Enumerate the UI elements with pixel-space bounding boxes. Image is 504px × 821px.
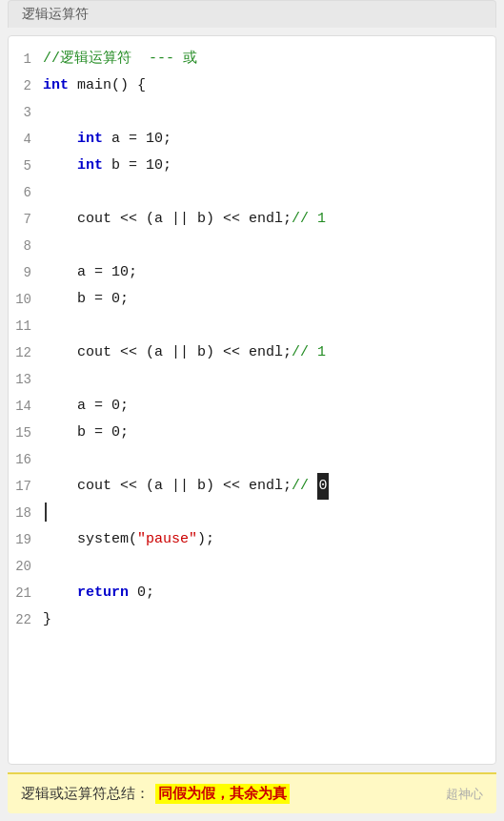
line-number: 21 [9, 580, 43, 606]
line-content: int main() { [43, 72, 495, 99]
comment-token: // 1 [292, 344, 326, 360]
line-number: 5 [9, 153, 43, 179]
code-line: 21 return 0; [9, 580, 495, 606]
keyword-token: int [77, 131, 103, 147]
comment-token: // [292, 478, 317, 494]
line-number: 11 [9, 313, 43, 339]
keyword-token: int [77, 157, 103, 174]
plain-token: a = 10; [103, 131, 171, 147]
line-content [43, 99, 495, 126]
code-line: 18 [9, 500, 495, 526]
line-number: 16 [9, 446, 43, 473]
plain-token [43, 585, 77, 601]
line-number: 3 [9, 99, 43, 126]
line-number: 9 [9, 259, 43, 286]
plain-token: cout << (a || b) << endl; [43, 211, 292, 227]
code-line: 7 cout << (a || b) << endl;// 1 [9, 206, 495, 233]
code-line: 1//逻辑运算符 --- 或 [9, 46, 495, 72]
line-content [43, 366, 495, 393]
plain-token: b = 0; [43, 291, 129, 307]
line-content: b = 0; [43, 286, 495, 313]
line-number: 12 [9, 339, 43, 366]
comment-token: // 1 [292, 211, 326, 227]
keyword-token: return [77, 585, 129, 601]
line-content: system("pause"); [43, 526, 495, 553]
comment-token: //逻辑运算符 --- 或 [43, 51, 197, 67]
plain-token: b = 10; [103, 157, 171, 174]
code-line: 5 int b = 10; [9, 153, 495, 179]
code-line: 12 cout << (a || b) << endl;// 1 [9, 339, 495, 366]
line-number: 2 [9, 72, 43, 99]
line-content [43, 313, 495, 339]
line-content: cout << (a || b) << endl;// 0 [43, 473, 495, 500]
plain-token [43, 131, 77, 147]
code-line: 2int main() { [9, 72, 495, 99]
code-line: 6 [9, 179, 495, 206]
line-number: 22 [9, 606, 43, 633]
code-line: 9 a = 10; [9, 259, 495, 286]
line-content: int b = 10; [43, 153, 495, 179]
plain-token: cout << (a || b) << endl; [43, 478, 292, 494]
line-number: 10 [9, 286, 43, 313]
line-content: a = 10; [43, 259, 495, 286]
plain-token: b = 0; [43, 424, 129, 441]
line-number: 6 [9, 179, 43, 206]
top-bar: 逻辑运算符 [8, 0, 496, 28]
footer-prefix: 逻辑或运算符总结： [21, 785, 150, 803]
line-number: 4 [9, 126, 43, 153]
line-number: 13 [9, 366, 43, 393]
line-content [43, 179, 495, 206]
footer-bar: 逻辑或运算符总结： 同假为假，其余为真 超神心 [8, 772, 496, 813]
cursor-line [45, 503, 47, 522]
line-number: 14 [9, 393, 43, 420]
plain-token: ); [197, 531, 214, 547]
plain-token: system( [43, 531, 137, 547]
code-line: 22} [9, 606, 495, 633]
cursor-block: 0 [317, 473, 329, 500]
line-content: return 0; [43, 580, 495, 606]
line-number: 7 [9, 206, 43, 233]
line-content [43, 553, 495, 580]
code-line: 16 [9, 446, 495, 473]
line-number: 8 [9, 233, 43, 259]
plain-token: main() { [69, 77, 146, 93]
code-line: 19 system("pause"); [9, 526, 495, 553]
code-line: 3 [9, 99, 495, 126]
line-number: 17 [9, 473, 43, 500]
line-content: //逻辑运算符 --- 或 [43, 46, 495, 72]
string-token: "pause" [137, 531, 197, 547]
top-bar-label: 逻辑运算符 [22, 7, 89, 21]
line-content: int a = 10; [43, 126, 495, 153]
line-number: 1 [9, 46, 43, 72]
line-number: 18 [9, 500, 43, 526]
code-line: 11 [9, 313, 495, 339]
line-content: cout << (a || b) << endl;// 1 [43, 339, 495, 366]
plain-token [43, 157, 77, 174]
code-line: 13 [9, 366, 495, 393]
line-number: 20 [9, 553, 43, 580]
code-line: 10 b = 0; [9, 286, 495, 313]
line-content [43, 233, 495, 259]
keyword-token: int [43, 77, 69, 93]
code-line: 17 cout << (a || b) << endl;// 0 [9, 473, 495, 500]
code-line: 8 [9, 233, 495, 259]
line-content: b = 0; [43, 420, 495, 446]
code-line: 4 int a = 10; [9, 126, 495, 153]
line-content: cout << (a || b) << endl;// 1 [43, 206, 495, 233]
plain-token: a = 0; [43, 398, 129, 414]
code-line: 15 b = 0; [9, 420, 495, 446]
code-line: 20 [9, 553, 495, 580]
footer-site: 超神心 [446, 786, 483, 803]
line-content [43, 500, 495, 526]
code-line: 14 a = 0; [9, 393, 495, 420]
plain-token: } [43, 611, 51, 627]
code-editor: 1//逻辑运算符 --- 或2int main() {3 4 int a = 1… [8, 35, 496, 765]
line-number: 19 [9, 526, 43, 553]
footer-highlight: 同假为假，其余为真 [155, 784, 290, 804]
line-content: } [43, 606, 495, 633]
plain-token: a = 10; [43, 264, 137, 280]
plain-token: cout << (a || b) << endl; [43, 344, 292, 360]
line-content [43, 446, 495, 473]
plain-token: 0; [129, 585, 154, 601]
line-content: a = 0; [43, 393, 495, 420]
